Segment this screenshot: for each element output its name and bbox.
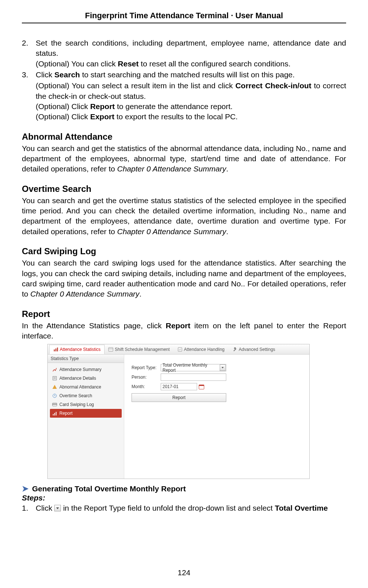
step-3c-bold: Report — [90, 102, 115, 111]
report-icon — [52, 411, 57, 416]
page-header-title: Fingerprint Time Attendance Terminal · U… — [22, 11, 346, 23]
para-card-swiping-log: You can search the card swiping logs use… — [22, 258, 346, 299]
step-3d-pre: (Optional) Click — [36, 112, 90, 121]
sidebar-item-abnormal-attendance[interactable]: Abnormal Attendance — [50, 383, 122, 391]
step-3b: (Optional) You can select a result item … — [36, 81, 346, 101]
details-icon — [52, 376, 57, 381]
sidebar-item-attendance-summary[interactable]: Attendance Summary — [50, 365, 122, 374]
subheading-generating-report: ➤Generating Total Overtime Monthly Repor… — [22, 484, 346, 494]
step-2-text-b-pre: (Optional) You can click — [36, 59, 118, 68]
abnormal-italic: Chapter 0 Attendance Summary — [117, 165, 226, 173]
app-tabbar: Attendance Statistics Shift Schedule Man… — [48, 344, 309, 355]
step-2-number: 2. — [22, 38, 36, 69]
heading-card-swiping-log: Card Swiping Log — [22, 246, 346, 256]
sidebar-header: Statistics Type — [48, 355, 124, 363]
tab-attendance-handling-label: Attendance Handling — [184, 347, 224, 352]
tab-advanced-settings-label: Advanced Settings — [239, 347, 275, 352]
svg-rect-1 — [55, 349, 56, 352]
sidebar-item-label: Abnormal Attendance — [59, 384, 101, 390]
dropdown-icon — [54, 505, 61, 511]
heading-report: Report — [22, 309, 346, 319]
form-row-month: Month: 2017-01 — [132, 383, 302, 390]
cardlog-italic: Chapter 0 Attendance Summary — [30, 290, 139, 298]
para-abnormal-attendance: You can search and get the statistics of… — [22, 143, 346, 174]
gen-step-1: 1. Click in the Report Type field to unf… — [22, 503, 346, 513]
schedule-icon — [108, 347, 113, 352]
content-area: Report Type: Total Overtime Monthly Repo… — [124, 355, 309, 479]
tab-attendance-statistics-label: Attendance Statistics — [60, 347, 101, 352]
summary-icon — [52, 367, 57, 372]
chevron-right-icon: ➤ — [22, 484, 28, 493]
sidebar-item-label: Card Swiping Log — [59, 402, 94, 407]
step-2-text-a: Set the search conditions, including dep… — [36, 39, 346, 57]
gen-step-1-bold: Total Overtime — [275, 504, 328, 512]
svg-rect-0 — [54, 349, 55, 351]
step-3-number: 3. — [22, 70, 36, 80]
sidebar-item-attendance-details[interactable]: Attendance Details — [50, 374, 122, 383]
label-report-type: Report Type: — [132, 365, 161, 370]
step-3d-bold: Export — [90, 112, 114, 121]
svg-rect-12 — [53, 414, 54, 415]
sidebar-item-report[interactable]: Report — [50, 409, 122, 418]
report-button[interactable]: Report — [132, 393, 226, 402]
para-overtime-search: You can search and get the overtime stat… — [22, 196, 346, 237]
overtime-post: . — [226, 227, 228, 236]
svg-rect-2 — [57, 348, 58, 352]
form-row-report-type: Report Type: Total Overtime Monthly Repo… — [132, 364, 302, 371]
step-2-text-b-bold: Reset — [118, 59, 138, 68]
cardlog-post: . — [140, 290, 142, 298]
calendar-icon[interactable] — [199, 384, 204, 390]
step-3d: (Optional) Click Export to export the re… — [36, 112, 346, 122]
step-3a-bold: Search — [54, 70, 80, 79]
report-pre: In the Attendance Statistics page, click — [22, 321, 166, 330]
input-month[interactable]: 2017-01 — [161, 383, 197, 390]
steps-label: Steps: — [22, 494, 346, 502]
page-number: 124 — [0, 568, 368, 577]
tab-shift-schedule[interactable]: Shift Schedule Management — [105, 345, 174, 354]
heading-overtime-search: Overtime Search — [22, 184, 346, 194]
label-person: Person: — [132, 375, 161, 380]
step-2: 2. Set the search conditions, including … — [22, 38, 346, 69]
sidebar-item-label: Attendance Summary — [59, 367, 101, 372]
card-icon — [52, 402, 57, 407]
sidebar-item-overtime-search[interactable]: Overtime Search — [50, 391, 122, 400]
svg-rect-16 — [199, 385, 204, 386]
svg-rect-11 — [52, 404, 57, 405]
step-3b-pre: (Optional) You can select a result item … — [36, 81, 235, 90]
chart-icon — [53, 347, 58, 352]
sidebar-item-label: Report — [59, 411, 73, 416]
step-3c-post: to generate the attendance report. — [115, 102, 232, 111]
tab-advanced-settings[interactable]: Advanced Settings — [228, 345, 279, 354]
sidebar-item-label: Overtime Search — [59, 393, 92, 398]
heading-abnormal-attendance: Abnormal Attendance — [22, 132, 346, 142]
step-3: 3. Click Search to start searching and t… — [22, 70, 346, 80]
select-report-type-value: Total Overtime Monthly Report — [163, 363, 220, 373]
tab-attendance-handling[interactable]: Attendance Handling — [174, 345, 228, 354]
sidebar-item-label: Attendance Details — [59, 376, 96, 381]
gen-step-1-pre: Click — [36, 504, 54, 512]
para-report-intro: In the Attendance Statistics page, click… — [22, 321, 346, 341]
step-3c: (Optional) Click Report to generate the … — [36, 101, 346, 112]
overtime-italic: Chapter 0 Attendance Summary — [117, 227, 226, 236]
clock-icon — [52, 393, 57, 398]
abnormal-post: . — [226, 165, 228, 173]
tab-shift-schedule-label: Shift Schedule Management — [115, 347, 170, 352]
svg-rect-6 — [53, 376, 56, 380]
input-person[interactable] — [161, 374, 226, 381]
app-screenshot: Attendance Statistics Shift Schedule Man… — [47, 344, 310, 479]
svg-rect-13 — [54, 413, 55, 415]
sidebar-list: Attendance Summary Attendance Details Ab… — [48, 363, 124, 420]
dropdown-button[interactable] — [220, 364, 226, 371]
gen-step-1-mid: in the Report Type field to unfold the d… — [63, 504, 275, 512]
sidebar-item-card-swiping-log[interactable]: Card Swiping Log — [50, 400, 122, 409]
step-3d-post: to export the results to the local PC. — [114, 112, 238, 121]
tab-attendance-statistics[interactable]: Attendance Statistics — [49, 345, 105, 354]
warning-icon — [52, 384, 57, 390]
step-3a-pre: Click — [36, 70, 54, 79]
svg-rect-3 — [109, 347, 113, 351]
step-3c-pre: (Optional) Click — [36, 102, 90, 111]
svg-rect-14 — [56, 412, 56, 415]
input-month-value: 2017-01 — [163, 384, 179, 389]
step-2-text-b-post: to reset all the configured search condi… — [139, 59, 291, 68]
select-report-type[interactable]: Total Overtime Monthly Report — [161, 364, 226, 371]
